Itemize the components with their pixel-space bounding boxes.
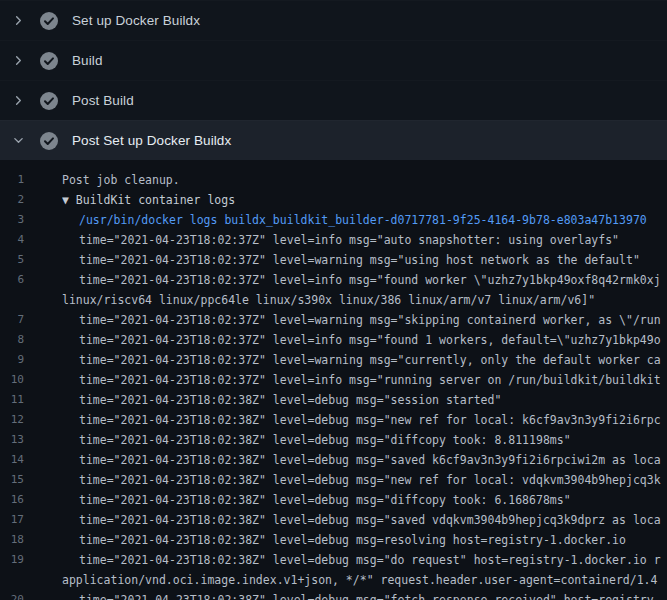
check-circle-icon [39,131,59,151]
log-line-text: time="2021-04-23T18:02:37Z" level=warnin… [79,250,667,270]
log-line: 8 time="2021-04-23T18:02:37Z" level=info… [0,330,667,350]
step-title: Set up Docker Buildx [72,13,200,28]
log-line: 6 time="2021-04-23T18:02:37Z" level=info… [0,270,667,290]
log-line: 13 time="2021-04-23T18:02:38Z" level=deb… [0,430,667,450]
step-header-build[interactable]: Build [0,40,667,80]
log-line: 1 Post job cleanup. [0,170,667,190]
log-line-text: time="2021-04-23T18:02:38Z" level=debug … [79,430,667,450]
log-line: 7 time="2021-04-23T18:02:37Z" level=warn… [0,310,667,330]
check-circle-icon [39,11,59,31]
log-line: application/vnd.oci.image.index.v1+json,… [0,570,667,590]
log-line-text: time="2021-04-23T18:02:38Z" level=debug … [79,590,667,600]
log-line-text: time="2021-04-23T18:02:37Z" level=info m… [79,230,667,250]
log-line-text: time="2021-04-23T18:02:38Z" level=debug … [79,550,667,570]
log-line-number[interactable]: 5 [0,250,24,270]
log-line-number[interactable]: 6 [0,270,24,290]
check-circle-icon [39,91,59,111]
log-line-number[interactable]: 1 [0,170,24,190]
log-line-number[interactable]: 10 [0,370,24,390]
step-header-post-build[interactable]: Post Build [0,80,667,120]
log-line-text: time="2021-04-23T18:02:38Z" level=debug … [79,450,667,470]
log-line: 2 ▼ BuildKit container logs [0,190,667,210]
log-line-text: time="2021-04-23T18:02:37Z" level=info m… [79,330,667,350]
log-line: 16 time="2021-04-23T18:02:38Z" level=deb… [0,490,667,510]
log-line-text: application/vnd.oci.image.index.v1+json,… [62,570,667,590]
log-line-number[interactable]: 17 [0,510,24,530]
log-line: 11 time="2021-04-23T18:02:38Z" level=deb… [0,390,667,410]
chevron-right-icon[interactable] [11,54,25,68]
log-line: 17 time="2021-04-23T18:02:38Z" level=deb… [0,510,667,530]
log-line: 10 time="2021-04-23T18:02:37Z" level=inf… [0,370,667,390]
log-line-text: time="2021-04-23T18:02:37Z" level=info m… [79,370,667,390]
step-header-set-up-docker-buildx[interactable]: Set up Docker Buildx [0,0,667,40]
log-line-text: time="2021-04-23T18:02:37Z" level=warnin… [79,350,667,370]
log-line-number[interactable]: 15 [0,470,24,490]
log-line-number[interactable]: 13 [0,430,24,450]
log-line: 5 time="2021-04-23T18:02:37Z" level=warn… [0,250,667,270]
log-line: 19 time="2021-04-23T18:02:38Z" level=deb… [0,550,667,570]
log-line-text: time="2021-04-23T18:02:37Z" level=info m… [79,270,667,290]
log-line-number[interactable]: 20 [0,590,24,600]
log-line: 4 time="2021-04-23T18:02:37Z" level=info… [0,230,667,250]
log-line-number[interactable]: 7 [0,310,24,330]
log-line-text: time="2021-04-23T18:02:38Z" level=debug … [79,410,667,430]
log-line-number[interactable]: 16 [0,490,24,510]
log-line-text: time="2021-04-23T18:02:38Z" level=debug … [79,470,667,490]
log-line-number[interactable]: 2 [0,190,24,210]
log-line-number[interactable]: 14 [0,450,24,470]
log-line: 18 time="2021-04-23T18:02:38Z" level=deb… [0,530,667,550]
log-line-text: time="2021-04-23T18:02:37Z" level=warnin… [79,310,667,330]
log-line-number[interactable]: 4 [0,230,24,250]
log-line-number[interactable]: 11 [0,390,24,410]
log-line-number[interactable] [0,570,24,590]
log-line-number[interactable]: 3 [0,210,24,230]
log-line-text: /usr/bin/docker logs buildx_buildkit_bui… [79,210,667,230]
log-line-text: time="2021-04-23T18:02:38Z" level=debug … [79,530,667,550]
log-line: 9 time="2021-04-23T18:02:37Z" level=warn… [0,350,667,370]
log-line: 12 time="2021-04-23T18:02:38Z" level=deb… [0,410,667,430]
chevron-right-icon[interactable] [11,94,25,108]
chevron-down-icon[interactable] [11,134,25,148]
step-header-post-set-up-docker-buildx[interactable]: Post Set up Docker Buildx [0,120,667,160]
log-line-text: Post job cleanup. [62,170,667,190]
log-line-text: time="2021-04-23T18:02:38Z" level=debug … [79,490,667,510]
log-line-text[interactable]: ▼ BuildKit container logs [62,190,667,210]
workflow-log-viewer: Set up Docker Buildx Build P [0,0,667,600]
job-steps-list: Set up Docker Buildx Build P [0,0,667,160]
check-circle-icon [39,51,59,71]
log-line: 20 time="2021-04-23T18:02:38Z" level=deb… [0,590,667,600]
log-line-number[interactable]: 19 [0,550,24,570]
log-line-text: time="2021-04-23T18:02:38Z" level=debug … [79,390,667,410]
log-panel[interactable]: 1 Post job cleanup. 2 ▼ BuildKit contain… [0,160,667,600]
log-line-text: time="2021-04-23T18:02:38Z" level=debug … [79,510,667,530]
step-title: Build [72,53,103,68]
log-line: 14 time="2021-04-23T18:02:38Z" level=deb… [0,450,667,470]
log-line: 15 time="2021-04-23T18:02:38Z" level=deb… [0,470,667,490]
log-line-number[interactable]: 12 [0,410,24,430]
log-line: 3 /usr/bin/docker logs buildx_buildkit_b… [0,210,667,230]
chevron-right-icon[interactable] [11,14,25,28]
log-line-text: linux/riscv64 linux/ppc64le linux/s390x … [62,290,667,310]
log-line: linux/riscv64 linux/ppc64le linux/s390x … [0,290,667,310]
log-line-number[interactable]: 8 [0,330,24,350]
log-line-number[interactable]: 9 [0,350,24,370]
log-line-number[interactable] [0,290,24,310]
log-line-number[interactable]: 18 [0,530,24,550]
step-title: Post Build [72,93,134,108]
step-title: Post Set up Docker Buildx [72,133,231,148]
